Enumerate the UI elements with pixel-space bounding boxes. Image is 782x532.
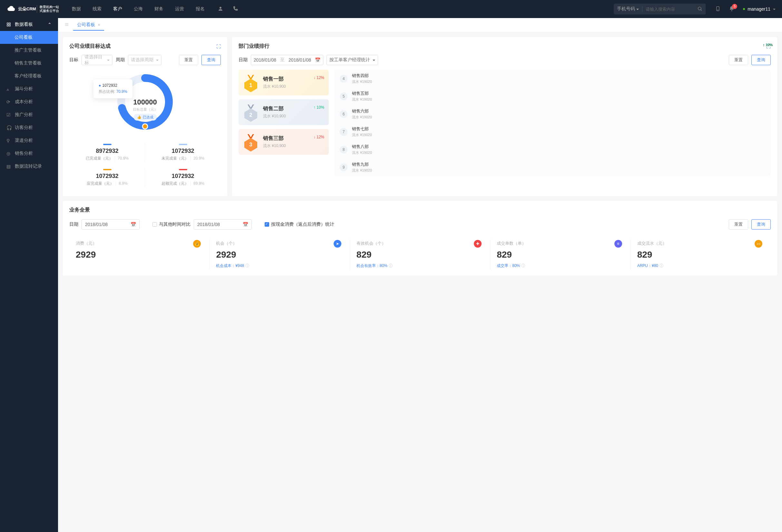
notification-badge: 5 (732, 4, 737, 9)
rank-item[interactable]: 8销售八部流水 ¥19020↓ 12% (334, 141, 771, 158)
help-icon[interactable]: ⓘ (245, 263, 249, 269)
search-input[interactable] (646, 7, 694, 11)
rank-card-3[interactable]: 3销售三部流水 ¥10,900↓ 12% (239, 129, 329, 155)
rank-item[interactable]: 7销售七部流水 ¥19020↑ 10% (334, 123, 771, 141)
donut-total: 100000 (133, 98, 157, 106)
rank-card-2[interactable]: 2销售二部流水 ¥10,900↑ 10% (239, 99, 329, 125)
svg-text:2: 2 (249, 112, 252, 118)
sidebar-item-2[interactable]: ☑推广分析 (0, 108, 58, 121)
period-select[interactable]: 请选择周期 (128, 55, 162, 65)
svg-point-3 (718, 10, 718, 10)
sidebar-item-1[interactable]: ⟳成本分析 (0, 96, 58, 108)
kpi-4: 成交流水（元）829ARPU：¥80 ⓘ▭ (631, 239, 771, 270)
kpi-icon: ➤ (333, 240, 341, 248)
kpi-1: 机会（个）2929机会成本：¥948 ⓘ➤ (209, 239, 349, 270)
search-type-select[interactable]: 手机号码 (617, 6, 642, 12)
stat-cell: 1072932超额完成（元）89.9% (145, 165, 221, 190)
nav-link-2[interactable]: 客户 (113, 6, 122, 12)
svg-rect-6 (7, 25, 8, 26)
kpi-0: 消费（元）2929💰 (69, 239, 209, 270)
query-button[interactable]: 查询 (202, 55, 221, 65)
tab-bar: 公司看板 × (58, 18, 782, 32)
sidebar-item-5[interactable]: ◎销售分析 (0, 147, 58, 160)
close-icon[interactable]: × (98, 22, 100, 27)
expand-icon[interactable]: ⛶ (216, 44, 221, 49)
nav-link-6[interactable]: 报名 (196, 6, 205, 12)
rank-item[interactable]: 4销售四部流水 ¥19020↑ 10% (334, 70, 771, 87)
rank-card-1[interactable]: 1销售一部流水 ¥10,900↓ 12% (239, 70, 329, 96)
sidebar-sub-2[interactable]: 销售主管看板 (0, 57, 58, 70)
target-label: 目标 (69, 57, 78, 63)
svg-rect-7 (9, 25, 10, 26)
svg-point-10 (142, 124, 148, 129)
help-icon[interactable]: ⓘ (389, 263, 393, 269)
nav-link-1[interactable]: 线索 (93, 6, 102, 12)
sidebar-header[interactable]: 数据看板 ⌃ (0, 18, 58, 31)
sidebar-icon: ⟳ (6, 99, 11, 104)
search-box: 手机号码 (614, 4, 706, 14)
user-menu[interactable]: manager11 (743, 6, 776, 11)
reset-button[interactable]: 重置 (729, 55, 748, 65)
ranking-title: 部门业绩排行 (239, 43, 270, 50)
sidebar-item-4[interactable]: ⚲渠道分析 (0, 134, 58, 147)
date2-input[interactable]: 2018/01/08📅 (194, 219, 252, 229)
sidebar-sub-1[interactable]: 推广主管看板 (0, 44, 58, 57)
device-icon[interactable] (715, 5, 720, 13)
tab-company-board[interactable]: 公司看板 × (73, 20, 104, 31)
svg-point-0 (219, 7, 221, 9)
medal-icon: 2 (243, 104, 258, 120)
overview-card: 业务全景 日期 2018/01/08📅 与其他时间对比 2018/01/08📅 … (63, 201, 777, 276)
date-from-input[interactable]: 2018/01/08 至 2018/01/08 📅 (251, 55, 323, 65)
ranking-card: 部门业绩排行 ⛶ 日期 2018/01/08 至 2018/01/08 📅 按工… (232, 37, 777, 196)
donut-chart: ●1072932 所占比例: 70.9% 100000 目标总量（元） 👍 已达… (69, 70, 221, 134)
sidebar-item-6[interactable]: ▤数据流转记录 (0, 160, 58, 173)
svg-point-1 (698, 7, 701, 10)
group-by-select[interactable]: 按工单客户经理统计 (326, 55, 378, 65)
target-select[interactable]: 请选择目标 (81, 55, 112, 65)
status-dot (743, 8, 745, 10)
help-icon[interactable]: ⓘ (521, 263, 525, 269)
sidebar-item-3[interactable]: 🎧访客分析 (0, 121, 58, 134)
collapse-icon[interactable] (63, 21, 71, 29)
kpi-icon: ✚ (474, 240, 482, 248)
reset-button[interactable]: 重置 (729, 219, 748, 229)
person-icon[interactable] (218, 6, 223, 12)
sidebar-icon: ▤ (6, 164, 11, 169)
calendar-icon: 📅 (315, 58, 320, 63)
date-label: 日期 (69, 221, 78, 227)
stat-cell: 1072932应完成量（元）8.9% (69, 165, 145, 190)
rank-item[interactable]: 6销售六部流水 ¥19020↑ 10% (334, 105, 771, 123)
date1-input[interactable]: 2018/01/08📅 (81, 219, 140, 229)
rank-item[interactable]: 5销售五部流水 ¥19020↓ 12% (334, 87, 771, 105)
achieve-badge: 👍 已达成 (134, 114, 157, 120)
svg-text:3: 3 (249, 142, 252, 147)
nav-link-5[interactable]: 运营 (175, 6, 184, 12)
compare-checkbox[interactable]: 与其他时间对比 (152, 221, 190, 227)
sidebar-item-0[interactable]: ⟁漏斗分析 (0, 82, 58, 96)
sidebar: 数据看板 ⌃ 公司看板推广主管看板销售主管看板客户经理看板 ⟁漏斗分析⟳成本分析… (0, 18, 58, 532)
goal-title: 公司业绩目标达成 (69, 43, 111, 50)
top-nav: 云朵CRM 教育机构一站式服务云平台 数据线索客户公海财务运营报名 手机号码 5… (0, 0, 782, 18)
cash-checkbox[interactable]: 按现金消费（返点后消费）统计 (264, 221, 334, 227)
overview-title: 业务全景 (69, 207, 771, 213)
sidebar-icon: ⟁ (6, 86, 11, 92)
phone-icon[interactable] (233, 6, 238, 12)
kpi-3: 成交单数（单）829成交率：80% ⓘ≡ (490, 239, 630, 270)
help-icon[interactable]: ⓘ (660, 263, 663, 269)
kpi-2: 有效机会（个）829机会有效率：80% ⓘ✚ (350, 239, 490, 270)
nav-link-0[interactable]: 数据 (72, 6, 81, 12)
sidebar-icon: ⚲ (6, 138, 11, 143)
reset-button[interactable]: 重置 (179, 55, 198, 65)
bell-icon[interactable]: 5 (729, 6, 735, 12)
query-button[interactable]: 查询 (751, 55, 771, 65)
sidebar-sub-3[interactable]: 客户经理看板 (0, 70, 58, 82)
kpi-icon: ≡ (614, 240, 622, 248)
rank-item[interactable]: 9销售九部流水 ¥19020↑ 10% (334, 158, 771, 176)
nav-link-3[interactable]: 公海 (134, 6, 143, 12)
query-button[interactable]: 查询 (751, 219, 771, 229)
logo[interactable]: 云朵CRM 教育机构一站式服务云平台 (6, 5, 59, 13)
search-icon[interactable] (697, 6, 702, 12)
calendar-icon: 📅 (243, 222, 248, 227)
sidebar-sub-0[interactable]: 公司看板 (0, 31, 58, 44)
nav-link-4[interactable]: 财务 (154, 6, 164, 12)
